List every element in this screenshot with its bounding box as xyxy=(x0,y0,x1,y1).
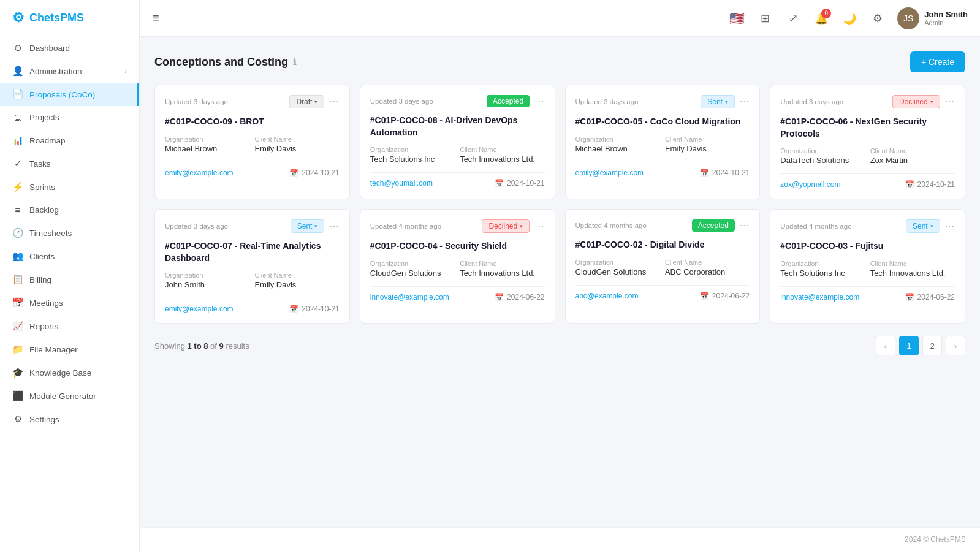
client-label: Client Name xyxy=(254,135,339,143)
card-title[interactable]: #C01P-COCO-02 - Digital Divide xyxy=(575,239,750,251)
sidebar-label-roadmap: Roadmap xyxy=(29,136,66,145)
card-title[interactable]: #C01P-COCO-09 - BROT xyxy=(165,116,340,128)
sidebar-item-file-manager[interactable]: 📁 File Manager xyxy=(0,338,139,361)
nav-icon-module-generator: ⬛ xyxy=(12,390,23,401)
card-header: Updated 4 months ago Accepted ··· xyxy=(575,219,750,232)
card-email[interactable]: innovate@example.com xyxy=(370,293,449,302)
page-header: Conceptions and Costing ℹ + Create xyxy=(154,51,965,72)
fullscreen-icon[interactable]: ⤢ xyxy=(783,9,803,28)
sidebar-item-settings[interactable]: ⚙ Settings xyxy=(0,408,139,431)
card-email[interactable]: emily@example.com xyxy=(165,305,234,313)
nav-icon-dashboard: ⊙ xyxy=(12,42,23,53)
card-email[interactable]: emily@example.com xyxy=(575,169,644,177)
card-title[interactable]: #C01P-COCO-08 - AI-Driven DevOps Automat… xyxy=(370,115,545,139)
sidebar-item-administration[interactable]: 👤 Administration › xyxy=(0,59,139,83)
client-field: Client Name Zox Martin xyxy=(870,147,955,165)
sidebar-item-projects[interactable]: 🗂 Projects xyxy=(0,106,139,129)
card-header-right: Accepted ··· xyxy=(487,95,544,107)
card-menu-dots[interactable]: ··· xyxy=(534,96,544,107)
card-email[interactable]: innovate@example.com xyxy=(780,293,859,302)
sidebar-item-billing[interactable]: 📋 Billing xyxy=(0,268,139,291)
client-label: Client Name xyxy=(870,260,955,267)
user-info[interactable]: JS John Smith Admin xyxy=(897,7,968,29)
notification-icon[interactable]: 🔔 0 xyxy=(811,9,831,28)
proposal-card: Updated 3 days ago Declined ▾ ··· #C01P-… xyxy=(770,85,965,199)
client-value: ABC Corporation xyxy=(665,267,750,276)
status-badge[interactable]: Sent ▾ xyxy=(291,219,325,233)
status-badge[interactable]: Sent ▾ xyxy=(701,95,735,108)
card-title[interactable]: #C01P-COCO-03 - Fujitsu xyxy=(780,240,955,253)
status-chevron: ▾ xyxy=(314,99,317,105)
status-chevron: ▾ xyxy=(725,99,728,105)
org-field: Organization DataTech Solutions xyxy=(780,147,865,165)
nav-icon-reports: 📈 xyxy=(12,321,23,332)
sidebar-item-reports[interactable]: 📈 Reports xyxy=(0,314,139,338)
pagination-page-2[interactable]: 2 xyxy=(922,336,942,355)
pagination-page-1[interactable]: 1 xyxy=(899,336,919,355)
org-field: Organization CloudGen Solutions xyxy=(370,260,455,278)
sidebar-item-backlog[interactable]: ≡ Backlog xyxy=(0,199,139,221)
sidebar-item-knowledge-base[interactable]: 🎓 Knowledge Base xyxy=(0,361,139,384)
card-menu-dots[interactable]: ··· xyxy=(534,221,544,232)
status-badge[interactable]: Accepted xyxy=(692,219,735,232)
sidebar-item-sprints[interactable]: ⚡ Sprints xyxy=(0,175,139,199)
org-value: DataTech Solutions xyxy=(780,156,865,165)
card-menu-dots[interactable]: ··· xyxy=(945,221,955,232)
status-badge[interactable]: Declined ▾ xyxy=(892,95,940,108)
card-updated: Updated 3 days ago xyxy=(575,98,639,105)
nav-icon-projects: 🗂 xyxy=(12,112,23,123)
card-email[interactable]: tech@youmail.com xyxy=(370,179,433,188)
card-title[interactable]: #C01P-COCO-05 - CoCo Cloud Migration xyxy=(575,116,750,128)
menu-toggle[interactable]: ≡ xyxy=(152,11,159,25)
topbar-icons: 🇺🇸 ⊞ ⤢ 🔔 0 🌙 ⚙ xyxy=(727,9,887,28)
card-fields: Organization CloudGen Solutions Client N… xyxy=(575,259,750,276)
logo[interactable]: ⚙ ChetsPMS xyxy=(0,0,139,36)
card-menu-dots[interactable]: ··· xyxy=(329,96,339,107)
status-badge[interactable]: Sent ▾ xyxy=(906,219,940,233)
card-title[interactable]: #C01P-COCO-04 - Security Shield xyxy=(370,240,545,253)
card-title[interactable]: #C01P-COCO-06 - NextGen Security Protoco… xyxy=(780,116,955,140)
sidebar-item-timesheets[interactable]: 🕐 Timesheets xyxy=(0,221,139,245)
card-email[interactable]: abc@example.com xyxy=(575,292,639,300)
sidebar-item-proposals[interactable]: 📄 Proposals (CoCo) xyxy=(0,83,139,106)
card-footer: tech@youmail.com 📅 2024-10-21 xyxy=(370,172,545,188)
dark-mode-icon[interactable]: 🌙 xyxy=(840,9,859,28)
card-date: 📅 2024-10-21 xyxy=(289,169,339,177)
create-button[interactable]: + Create xyxy=(910,51,965,72)
settings-icon[interactable]: ⚙ xyxy=(868,9,887,28)
sidebar-item-module-generator[interactable]: ⬛ Module Generator xyxy=(0,384,139,408)
card-updated: Updated 4 months ago xyxy=(370,222,441,230)
calendar-icon: 📅 xyxy=(700,292,709,300)
status-badge[interactable]: Declined ▾ xyxy=(482,219,530,233)
status-badge[interactable]: Accepted xyxy=(487,95,530,107)
card-updated: Updated 3 days ago xyxy=(165,222,228,230)
pagination-prev[interactable]: ‹ xyxy=(876,336,895,355)
card-menu-dots[interactable]: ··· xyxy=(945,96,955,107)
card-menu-dots[interactable]: ··· xyxy=(740,96,750,107)
sidebar-item-roadmap[interactable]: 📊 Roadmap xyxy=(0,129,139,152)
card-updated: Updated 4 months ago xyxy=(575,222,647,229)
sidebar-item-tasks[interactable]: ✓ Tasks xyxy=(0,152,139,175)
sidebar-item-clients[interactable]: 👥 Clients xyxy=(0,245,139,268)
card-menu-dots[interactable]: ··· xyxy=(740,220,750,231)
card-date: 📅 2024-06-22 xyxy=(700,292,750,300)
apps-icon[interactable]: ⊞ xyxy=(755,9,775,28)
card-header-right: Declined ▾ ··· xyxy=(482,219,544,233)
org-label: Organization xyxy=(165,135,249,143)
card-email[interactable]: emily@example.com xyxy=(165,169,234,177)
card-header: Updated 4 months ago Sent ▾ ··· xyxy=(780,219,955,233)
org-label: Organization xyxy=(370,146,455,153)
status-badge[interactable]: Draft ▾ xyxy=(289,95,324,108)
pagination-next[interactable]: › xyxy=(946,336,965,355)
client-field: Client Name Emily Davis xyxy=(254,272,339,289)
language-flag[interactable]: 🇺🇸 xyxy=(727,9,746,28)
card-title[interactable]: #C01P-COCO-07 - Real-Time Analytics Dash… xyxy=(165,240,340,264)
user-role: Admin xyxy=(924,19,968,26)
sidebar-label-sprints: Sprints xyxy=(29,183,55,192)
info-icon[interactable]: ℹ xyxy=(293,57,296,67)
card-email[interactable]: zox@yopmail.com xyxy=(780,180,840,189)
card-menu-dots[interactable]: ··· xyxy=(329,221,339,232)
nav-icon-timesheets: 🕐 xyxy=(12,227,23,238)
sidebar-item-dashboard[interactable]: ⊙ Dashboard xyxy=(0,36,139,59)
sidebar-item-meetings[interactable]: 📅 Meetings xyxy=(0,291,139,314)
